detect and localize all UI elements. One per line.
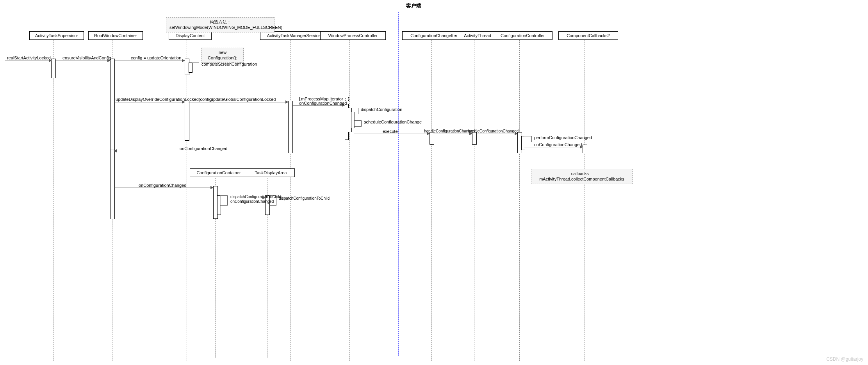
- lifeline-atms: ActivityTaskManagerService: [260, 31, 328, 40]
- arrow-m14: [524, 147, 583, 147]
- lifeline-stem-at: [474, 40, 474, 361]
- note-ctor-l1: 构造方法：: [169, 19, 271, 25]
- lifeline-stem-wpc: [349, 40, 350, 361]
- note-newcfg-l1: new: [205, 50, 240, 55]
- act-atms: [288, 101, 293, 153]
- lifeline-cc: ConfigurationController: [493, 31, 553, 40]
- label-m4: computeScreenConfiguration: [201, 62, 257, 66]
- lifeline-rwc: RootWindowContainer: [88, 31, 143, 40]
- arrow-m13: [524, 136, 532, 142]
- lifeline-dc: DisplayContent: [169, 31, 212, 40]
- watermark: CSDN @guitarjoy: [826, 356, 863, 362]
- arrow-m19-line: [220, 198, 265, 198]
- arrow-m16: [114, 188, 213, 188]
- label-m9: scheduleConfigurationChange: [364, 120, 422, 124]
- arrow-m10: [354, 134, 430, 134]
- sequence-diagram: 客户端 ActivityTaskSupervisor RootWindowCon…: [0, 0, 868, 365]
- label-m5: updateDisplayOverrideConfigurationLocked…: [116, 97, 213, 102]
- arrow-m3: [114, 61, 185, 61]
- label-m10: execute: [383, 129, 398, 134]
- label-m19: dispatchConfigurationToChild: [279, 196, 330, 200]
- note-cb-l2: mActivityThread.collectComponentCallback…: [535, 176, 629, 182]
- arrow-m1: [5, 61, 52, 61]
- label-m1: realStartActivityLocked: [7, 55, 51, 60]
- lifeline-wpc: WindowProcessController: [320, 31, 386, 40]
- label-m2: ensureVisibilityAndConfig: [62, 55, 111, 60]
- note-ctor: 构造方法： setWindowingMode(WINDOWING_MODE_FU…: [166, 17, 274, 32]
- arrow-m5: [114, 102, 185, 102]
- lifeline-tda: TaskDisplayArea: [247, 168, 295, 177]
- client-boundary: [398, 12, 399, 356]
- arrow-m12: [476, 134, 517, 134]
- label-m13: performConfigurationChanged: [534, 135, 592, 140]
- label-m8: dispatchConfiguration: [361, 107, 402, 112]
- arrow-m15: [114, 151, 288, 151]
- lifeline-stem-ats: [53, 40, 53, 361]
- label-m16: onConfigurationChanged: [139, 183, 186, 188]
- lifeline-at: ActivityThread: [457, 31, 498, 40]
- arrow-m4: [192, 63, 199, 71]
- arrow-m11: [433, 134, 472, 134]
- act-rwc-2: [110, 150, 115, 219]
- client-section-label: 客户端: [406, 2, 421, 9]
- label-m18: onConfigurationChanged: [230, 199, 274, 204]
- lifeline-stem-cci: [431, 40, 432, 361]
- note-newcfg-l2: Configuration();: [205, 55, 240, 61]
- label-m7b: onConfigurationChanged: [299, 101, 347, 106]
- lifeline-stem-cc: [519, 40, 520, 361]
- arrow-m6: [189, 102, 288, 102]
- label-m12: handleConfigurationChanged: [468, 129, 519, 133]
- arrow-m8: [351, 108, 358, 114]
- note-newcfg: new Configuration();: [201, 48, 244, 63]
- lifeline-cb2: ComponentCallbacks2: [558, 31, 618, 40]
- label-m11: handleConfigurationChanged: [424, 129, 475, 133]
- arrow-m2: [55, 61, 110, 61]
- label-m15: onConfigurationChanged: [180, 146, 227, 151]
- note-ctor-l2: setWindowingMode(WINDOWING_MODE_FULLSCRE…: [169, 25, 271, 30]
- arrow-m9: [354, 120, 362, 127]
- act-rwc-1: [110, 59, 115, 161]
- act-dc-2: [185, 101, 189, 141]
- note-callbacks: callbacks = mActivityThread.collectCompo…: [531, 169, 633, 184]
- lifeline-stem-cb2: [585, 40, 585, 361]
- arrow-m19: [269, 195, 276, 206]
- lifeline-cfgc: ConfigurationContainer: [190, 168, 248, 177]
- label-m3: config = updateOrientation: [131, 55, 181, 60]
- lifeline-stem-atms: [290, 40, 291, 361]
- lifeline-stem-dc: [187, 40, 187, 361]
- label-m6: updateGlobalConfigurationLocked: [211, 97, 276, 102]
- arrow-m17: [220, 195, 228, 206]
- act-cb2: [583, 145, 587, 153]
- note-cb-l1: callbacks =: [535, 171, 629, 176]
- lifeline-ats: ActivityTaskSupervisor: [29, 31, 84, 40]
- label-m14: onConfigurationChanged: [534, 142, 582, 147]
